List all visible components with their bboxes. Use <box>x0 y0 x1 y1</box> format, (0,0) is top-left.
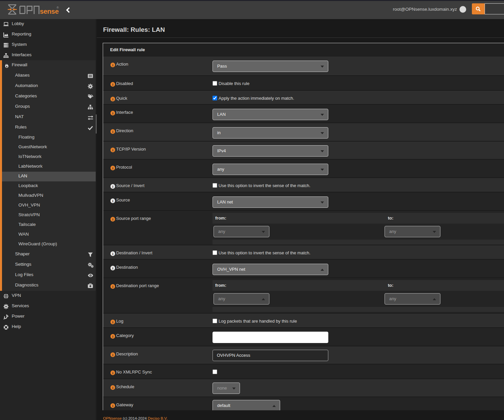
svg-text:®: ® <box>57 6 59 9</box>
svg-text:sense: sense <box>40 7 59 15</box>
